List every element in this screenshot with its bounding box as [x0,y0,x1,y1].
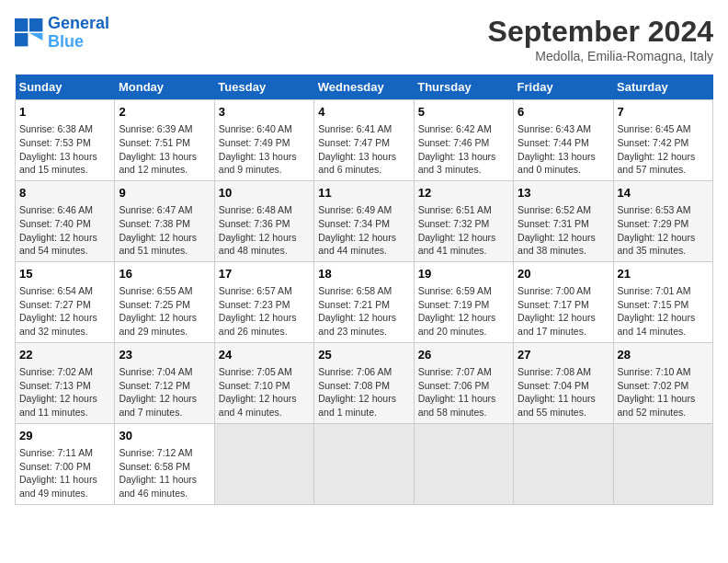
calendar-day: 21Sunrise: 7:01 AM Sunset: 7:15 PM Dayli… [613,261,712,342]
calendar-day: 10Sunrise: 6:48 AM Sunset: 7:36 PM Dayli… [214,180,313,261]
day-number: 5 [418,104,509,121]
svg-rect-0 [15,18,28,31]
day-info: Sunrise: 6:46 AM Sunset: 7:40 PM Dayligh… [19,203,110,258]
day-info: Sunrise: 6:40 AM Sunset: 7:49 PM Dayligh… [219,122,310,177]
calendar-week-3: 15Sunrise: 6:54 AM Sunset: 7:27 PM Dayli… [16,261,713,342]
location-subtitle: Medolla, Emilia-Romagna, Italy [488,49,713,63]
day-info: Sunrise: 7:01 AM Sunset: 7:15 PM Dayligh… [618,284,709,339]
day-number: 15 [19,266,110,282]
calendar-day: 18Sunrise: 6:58 AM Sunset: 7:21 PM Dayli… [314,261,414,342]
calendar-day: 24Sunrise: 7:05 AM Sunset: 7:10 PM Dayli… [214,342,313,423]
header-saturday: Saturday [613,75,712,100]
day-info: Sunrise: 6:43 AM Sunset: 7:44 PM Dayligh… [518,122,609,177]
day-info: Sunrise: 6:49 AM Sunset: 7:34 PM Dayligh… [318,203,409,258]
day-info: Sunrise: 7:08 AM Sunset: 7:04 PM Dayligh… [518,365,609,419]
day-info: Sunrise: 7:00 AM Sunset: 7:17 PM Dayligh… [518,284,609,339]
calendar-day: 6Sunrise: 6:43 AM Sunset: 7:44 PM Daylig… [514,100,613,181]
day-info: Sunrise: 6:58 AM Sunset: 7:21 PM Dayligh… [318,284,409,339]
day-number: 6 [518,104,609,121]
calendar-day: 22Sunrise: 7:02 AM Sunset: 7:13 PM Dayli… [16,342,115,423]
logo-line2: Blue [48,32,84,51]
calendar-header: Sunday Monday Tuesday Wednesday Thursday… [16,75,713,100]
calendar-day: 1Sunrise: 6:38 AM Sunset: 7:53 PM Daylig… [16,100,115,181]
day-number: 10 [219,185,310,201]
day-info: Sunrise: 6:52 AM Sunset: 7:31 PM Dayligh… [518,203,609,258]
calendar-day: 9Sunrise: 6:47 AM Sunset: 7:38 PM Daylig… [115,180,214,261]
day-info: Sunrise: 6:51 AM Sunset: 7:32 PM Dayligh… [418,203,509,258]
day-number: 17 [219,266,310,282]
calendar-day [214,423,313,504]
day-number: 26 [418,347,509,363]
day-number: 2 [119,104,210,121]
day-number: 22 [19,347,110,363]
day-number: 21 [618,266,709,282]
day-info: Sunrise: 6:55 AM Sunset: 7:25 PM Dayligh… [119,284,210,339]
calendar-day: 8Sunrise: 6:46 AM Sunset: 7:40 PM Daylig… [16,180,115,261]
day-info: Sunrise: 6:39 AM Sunset: 7:51 PM Dayligh… [119,122,210,177]
day-number: 19 [418,266,509,282]
day-number: 24 [219,347,310,363]
calendar-day [314,423,414,504]
calendar-day: 30Sunrise: 7:12 AM Sunset: 6:58 PM Dayli… [115,423,214,504]
svg-rect-1 [29,18,42,31]
day-number: 13 [518,185,609,201]
calendar-day: 2Sunrise: 6:39 AM Sunset: 7:51 PM Daylig… [115,100,214,181]
logo-icon [15,18,44,48]
day-number: 30 [119,428,210,444]
calendar-day: 7Sunrise: 6:45 AM Sunset: 7:42 PM Daylig… [613,100,712,181]
day-number: 7 [618,104,709,121]
logo: General Blue [15,15,109,52]
day-info: Sunrise: 6:59 AM Sunset: 7:19 PM Dayligh… [418,284,509,339]
day-number: 28 [618,347,709,363]
day-number: 18 [318,266,409,282]
calendar-day: 3Sunrise: 6:40 AM Sunset: 7:49 PM Daylig… [214,100,313,181]
header-monday: Monday [115,75,214,100]
day-number: 29 [19,428,110,444]
calendar-day: 27Sunrise: 7:08 AM Sunset: 7:04 PM Dayli… [514,342,613,423]
day-number: 9 [119,185,210,201]
day-info: Sunrise: 6:47 AM Sunset: 7:38 PM Dayligh… [119,203,210,258]
header-wednesday: Wednesday [314,75,414,100]
header-friday: Friday [514,75,613,100]
day-number: 20 [518,266,609,282]
calendar-day: 19Sunrise: 6:59 AM Sunset: 7:19 PM Dayli… [414,261,513,342]
day-number: 8 [19,185,110,201]
calendar-body: 1Sunrise: 6:38 AM Sunset: 7:53 PM Daylig… [16,100,713,505]
calendar-week-1: 1Sunrise: 6:38 AM Sunset: 7:53 PM Daylig… [16,100,713,181]
calendar-day: 11Sunrise: 6:49 AM Sunset: 7:34 PM Dayli… [314,180,414,261]
day-info: Sunrise: 7:12 AM Sunset: 6:58 PM Dayligh… [119,446,210,500]
page-header: General Blue September 2024 Medolla, Emi… [15,15,713,63]
day-number: 23 [119,347,210,363]
calendar-day: 26Sunrise: 7:07 AM Sunset: 7:06 PM Dayli… [414,342,513,423]
day-number: 16 [119,266,210,282]
logo-line1: General [48,14,109,32]
day-info: Sunrise: 7:10 AM Sunset: 7:02 PM Dayligh… [618,365,709,419]
calendar-day: 12Sunrise: 6:51 AM Sunset: 7:32 PM Dayli… [414,180,513,261]
calendar-day: 25Sunrise: 7:06 AM Sunset: 7:08 PM Dayli… [314,342,414,423]
calendar-day [613,423,712,504]
calendar-day: 16Sunrise: 6:55 AM Sunset: 7:25 PM Dayli… [115,261,214,342]
calendar-week-5: 29Sunrise: 7:11 AM Sunset: 7:00 PM Dayli… [16,423,713,504]
header-sunday: Sunday [16,75,115,100]
calendar-day: 20Sunrise: 7:00 AM Sunset: 7:17 PM Dayli… [514,261,613,342]
calendar-table: Sunday Monday Tuesday Wednesday Thursday… [15,75,713,505]
calendar-day: 28Sunrise: 7:10 AM Sunset: 7:02 PM Dayli… [613,342,712,423]
calendar-day: 14Sunrise: 6:53 AM Sunset: 7:29 PM Dayli… [613,180,712,261]
title-block: September 2024 Medolla, Emilia-Romagna, … [488,15,713,63]
day-info: Sunrise: 6:45 AM Sunset: 7:42 PM Dayligh… [618,122,709,177]
calendar-day: 29Sunrise: 7:11 AM Sunset: 7:00 PM Dayli… [16,423,115,504]
day-info: Sunrise: 7:06 AM Sunset: 7:08 PM Dayligh… [318,365,409,419]
logo-text: General Blue [48,15,109,52]
day-number: 27 [518,347,609,363]
header-tuesday: Tuesday [214,75,313,100]
day-info: Sunrise: 7:07 AM Sunset: 7:06 PM Dayligh… [418,365,509,419]
day-number: 11 [318,185,409,201]
day-info: Sunrise: 7:04 AM Sunset: 7:12 PM Dayligh… [119,365,210,419]
svg-rect-2 [15,33,28,46]
month-title: September 2024 [488,15,713,49]
calendar-week-2: 8Sunrise: 6:46 AM Sunset: 7:40 PM Daylig… [16,180,713,261]
day-info: Sunrise: 6:57 AM Sunset: 7:23 PM Dayligh… [219,284,310,339]
calendar-day: 17Sunrise: 6:57 AM Sunset: 7:23 PM Dayli… [214,261,313,342]
day-number: 12 [418,185,509,201]
day-info: Sunrise: 7:02 AM Sunset: 7:13 PM Dayligh… [19,365,110,419]
